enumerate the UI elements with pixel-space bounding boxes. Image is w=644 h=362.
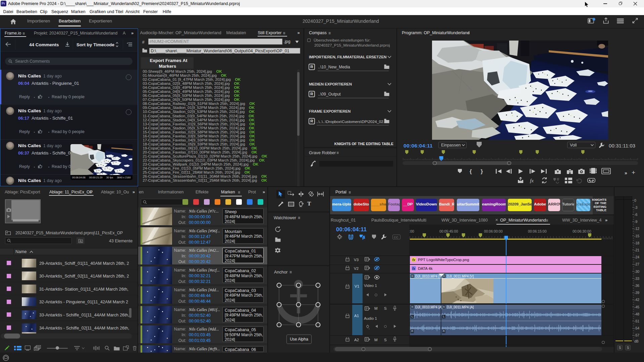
svg-text:fx: fx — [530, 178, 534, 183]
svg-text:{: { — [470, 168, 472, 175]
svg-text:}: } — [481, 168, 483, 175]
